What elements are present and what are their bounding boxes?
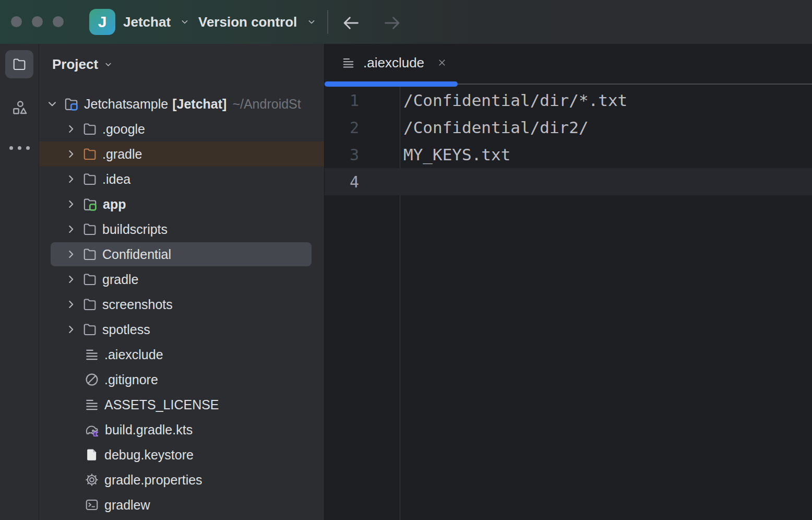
tree-row-gradlew[interactable]: gradlew	[39, 492, 324, 517]
text-file-icon	[84, 347, 100, 362]
chevron-right-icon[interactable]	[64, 172, 78, 186]
chevron-right-icon[interactable]	[64, 323, 78, 336]
project-widget[interactable]: J Jetchat	[89, 8, 190, 36]
tree-item-label: .aiexclude	[104, 347, 163, 362]
tree-row-app[interactable]: app	[39, 192, 324, 217]
project-view-label: Project	[52, 56, 98, 73]
line-number: 3	[325, 146, 400, 164]
tree-item-label: buildscripts	[102, 222, 168, 237]
progress-bar	[325, 81, 458, 87]
gradle-kts-file-icon	[84, 422, 100, 438]
shapes-icon	[11, 99, 28, 115]
tree-row-gitignore[interactable]: .gitignore	[39, 367, 324, 392]
module-name-label: [Jetchat]	[172, 97, 226, 112]
tree-row-confidential[interactable]: Confidential	[39, 242, 324, 267]
ide-window: J Jetchat Version control Project	[0, 0, 812, 520]
file-icon	[84, 447, 100, 463]
chevron-down-icon[interactable]	[45, 97, 59, 111]
tree-item-label: .google	[102, 122, 145, 137]
chevron-right-icon[interactable]	[64, 222, 78, 236]
tree-item-label: Jetchatsample	[84, 97, 168, 112]
code-line[interactable]: 3 MY_KEYS.txt	[325, 141, 812, 168]
terminal-file-icon	[84, 497, 100, 513]
tree-item-label: gradle	[102, 272, 139, 287]
code-text: MY_KEYS.txt	[400, 145, 510, 164]
folder-icon	[82, 221, 98, 237]
chevron-right-icon[interactable]	[64, 247, 78, 261]
navigate-forward-button[interactable]	[381, 11, 404, 34]
code-line[interactable]: 2 /Confidential/dir2/	[325, 114, 812, 141]
tree-item-label: gradle.properties	[104, 472, 202, 488]
editor-tab-aiexclude[interactable]: .aiexclude	[325, 44, 459, 81]
tree-row-spotless[interactable]: spotless	[39, 317, 324, 342]
arrow-right-icon	[383, 13, 402, 33]
tree-row-gradle-dir[interactable]: .gradle	[39, 141, 324, 167]
line-number: 2	[325, 119, 400, 137]
folder-icon	[82, 322, 98, 337]
tree-row-buildscripts[interactable]: buildscripts	[39, 217, 324, 242]
text-file-icon	[341, 56, 355, 70]
tree-row-gradle-properties[interactable]: gradle.properties	[39, 467, 324, 492]
vcs-widget[interactable]: Version control	[198, 8, 317, 36]
editor-tab-bar: .aiexclude	[325, 44, 812, 81]
folder-icon	[82, 297, 98, 312]
folder-icon	[82, 171, 98, 187]
more-tool-windows-button[interactable]	[5, 134, 33, 162]
tree-row-idea[interactable]: .idea	[39, 167, 324, 192]
tool-window-stripe	[0, 44, 39, 520]
vcs-widget-label: Version control	[198, 14, 297, 30]
line-number: 1	[325, 91, 400, 110]
chevron-down-icon	[306, 17, 317, 27]
navigate-back-button[interactable]	[339, 11, 362, 34]
tree-item-label: .gitignore	[104, 372, 158, 387]
project-tool-button[interactable]	[5, 50, 33, 78]
traffic-light-close[interactable]	[11, 16, 22, 27]
tree-row-google[interactable]: .google	[39, 116, 324, 141]
tree-row-aiexclude[interactable]: .aiexclude	[39, 342, 324, 367]
line-number: 4	[325, 173, 400, 191]
folder-icon	[11, 56, 27, 72]
folder-icon	[82, 271, 98, 287]
project-name: Jetchat	[123, 14, 171, 30]
window-controls	[11, 16, 64, 27]
chevron-right-icon[interactable]	[64, 197, 78, 211]
ellipsis-icon	[9, 146, 30, 150]
chevron-right-icon[interactable]	[64, 147, 78, 161]
folder-icon	[82, 246, 98, 262]
module-folder-icon	[82, 196, 98, 212]
tree-item-label: Confidential	[102, 247, 171, 262]
text-file-icon	[84, 397, 100, 412]
traffic-light-zoom[interactable]	[53, 16, 64, 27]
chevron-right-icon[interactable]	[64, 122, 78, 136]
tree-item-label: .idea	[102, 172, 130, 187]
tab-close-button[interactable]	[436, 57, 448, 68]
project-view-selector[interactable]: Project	[52, 56, 113, 73]
code-line-current[interactable]: 4	[325, 168, 812, 195]
chevron-right-icon[interactable]	[64, 273, 78, 286]
tree-item-label: gradlew	[104, 498, 150, 513]
chevron-down-icon	[103, 60, 113, 69]
close-icon	[436, 57, 448, 68]
chevron-down-icon	[180, 17, 190, 27]
tree-row-gradle[interactable]: gradle	[39, 267, 324, 292]
folder-icon	[82, 121, 98, 137]
editor-content[interactable]: 1 /Confidential/dir/*.txt 2 /Confidentia…	[325, 87, 812, 195]
project-logo: J	[89, 9, 115, 35]
traffic-light-minimize[interactable]	[32, 16, 43, 27]
code-line[interactable]: 1 /Confidential/dir/*.txt	[325, 87, 812, 114]
chevron-right-icon[interactable]	[64, 298, 78, 311]
tree-item-label: ASSETS_LICENSE	[104, 397, 219, 412]
tree-row-debug-keystore[interactable]: debug.keystore	[39, 442, 324, 467]
editor-area: .aiexclude 1 /Confidential/dir/*.txt 2 /…	[325, 44, 812, 520]
title-bar: J Jetchat Version control	[0, 0, 812, 44]
project-folder-icon	[63, 96, 79, 112]
tree-row-root[interactable]: Jetchatsample [Jetchat] ~/AndroidSt	[39, 91, 324, 116]
tree-item-label: spotless	[102, 322, 150, 337]
tree-row-assets-license[interactable]: ASSETS_LICENSE	[39, 392, 324, 417]
project-tree: Jetchatsample [Jetchat] ~/AndroidSt .goo…	[39, 91, 324, 517]
tree-row-screenshots[interactable]: screenshots	[39, 292, 324, 317]
tree-row-build-gradle-kts[interactable]: build.gradle.kts	[39, 417, 324, 442]
code-text: /Confidential/dir/*.txt	[400, 91, 627, 110]
ignore-file-icon	[84, 372, 100, 387]
resource-manager-tool-button[interactable]	[5, 93, 33, 121]
